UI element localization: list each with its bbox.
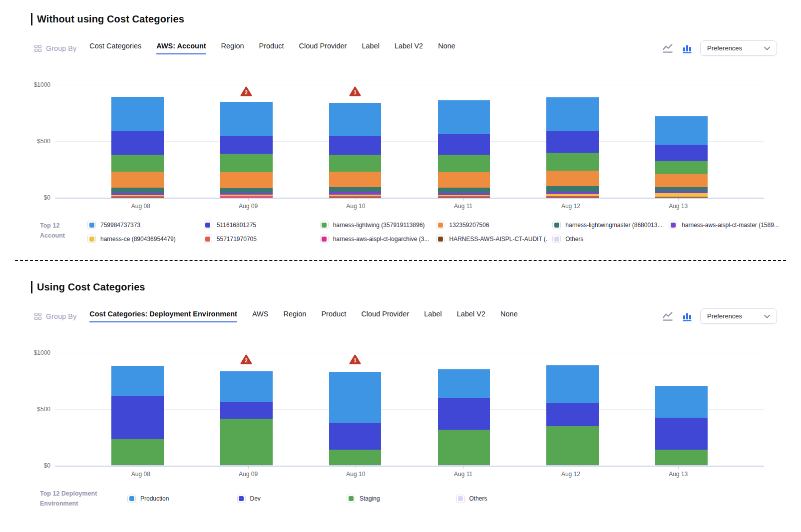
tab-region[interactable]: Region xyxy=(221,42,244,54)
bar-segment-harness-lightwingmaster-8680013[interactable] xyxy=(655,187,708,191)
anomaly-badge[interactable]: 1 xyxy=(349,86,361,99)
bar-segment-harness-lightwingmaster-8680013[interactable] xyxy=(111,188,164,193)
legend-item-others[interactable]: Others xyxy=(552,235,665,243)
stacked-bar-aug-08[interactable] xyxy=(111,366,164,466)
legend-item-557171970705[interactable]: 557171970705 xyxy=(204,235,316,243)
line-chart-icon[interactable] xyxy=(661,311,674,322)
bar-segment-production[interactable] xyxy=(655,386,708,418)
anomaly-badge[interactable]: 2 xyxy=(240,86,252,99)
bar-segment-production[interactable] xyxy=(220,371,273,402)
stacked-bar-aug-09[interactable] xyxy=(220,102,273,198)
bar-segment-harness-ce-890436954479[interactable] xyxy=(655,193,708,197)
bar-segment-759984737373[interactable] xyxy=(546,97,599,131)
bar-segment-dev[interactable] xyxy=(329,423,382,450)
tab-none[interactable]: None xyxy=(438,42,455,54)
bar-segment-staging[interactable] xyxy=(546,426,599,465)
bar-segment-harness-lightwing-357919113896[interactable] xyxy=(655,161,708,174)
anomaly-badge[interactable]: 2 xyxy=(240,354,252,367)
bar-segment-511616801275[interactable] xyxy=(655,145,708,161)
stacked-bar-aug-13[interactable] xyxy=(655,386,708,466)
legend-item-harness-lightwingmaster-8680013[interactable]: harness-lightwingmaster (8680013... xyxy=(552,221,665,229)
bar-segment-dev[interactable] xyxy=(655,418,708,449)
bar-segment-harness-lightwingmaster-8680013[interactable] xyxy=(220,188,273,193)
bar-segment-harness-lightwing-357919113896[interactable] xyxy=(546,153,599,171)
legend-item-759984737373[interactable]: 759984737373 xyxy=(87,221,200,229)
bar-segment-production[interactable] xyxy=(111,366,164,396)
bar-segment-511616801275[interactable] xyxy=(546,131,599,153)
bar-segment-staging[interactable] xyxy=(438,430,490,465)
legend-item-harness-aws-aispl-ct-master-1589[interactable]: harness-aws-aispl-ct-master (1589... xyxy=(669,221,781,229)
bar-segment-511616801275[interactable] xyxy=(438,134,490,155)
tab-product[interactable]: Product xyxy=(259,42,284,54)
bar-segment-759984737373[interactable] xyxy=(329,103,382,136)
bar-segment-132359207506[interactable] xyxy=(220,172,273,188)
legend-item-511616801275[interactable]: 511616801275 xyxy=(204,221,316,229)
bar-chart-icon[interactable] xyxy=(682,311,693,322)
preferences-button[interactable]: Preferences xyxy=(700,308,777,324)
legend-item-harness-lightwing-357919113896[interactable]: harness-lightwing (357919113896) xyxy=(320,221,432,229)
bar-segment-dev[interactable] xyxy=(111,396,164,439)
tab-region[interactable]: Region xyxy=(283,310,306,322)
bar-segment-staging[interactable] xyxy=(111,439,164,465)
bar-segment-harness-lightwing-357919113896[interactable] xyxy=(329,155,382,172)
preferences-button[interactable]: Preferences xyxy=(700,40,777,56)
tab-aws[interactable]: AWS xyxy=(252,310,269,322)
tab-product[interactable]: Product xyxy=(321,310,346,322)
legend-item-dev[interactable]: Dev xyxy=(237,495,343,503)
legend-item-132359207506[interactable]: 132359207506 xyxy=(436,221,548,229)
legend-item-harness-aws-aispl-ct-audit[interactable]: HARNESS-AWS-AISPL-CT-AUDIT (... xyxy=(436,235,548,243)
stacked-bar-aug-08[interactable] xyxy=(111,97,164,198)
legend-item-staging[interactable]: Staging xyxy=(347,495,452,503)
bar-segment-harness-lightwingmaster-8680013[interactable] xyxy=(329,187,382,192)
bar-segment-production[interactable] xyxy=(546,365,599,403)
line-chart-icon[interactable] xyxy=(661,43,674,54)
legend-item-others[interactable]: Others xyxy=(456,495,562,503)
tab-label-v2[interactable]: Label V2 xyxy=(457,310,485,322)
bar-segment-production[interactable] xyxy=(438,369,490,398)
anomaly-badge[interactable]: 1 xyxy=(349,354,361,367)
bar-segment-511616801275[interactable] xyxy=(220,136,273,154)
bar-segment-132359207506[interactable] xyxy=(546,171,599,187)
stacked-bar-aug-09[interactable] xyxy=(220,371,273,466)
bar-segment-harness-lightwing-357919113896[interactable] xyxy=(111,155,164,172)
tab-cost-categories[interactable]: Cost Categories xyxy=(89,42,141,54)
bar-segment-759984737373[interactable] xyxy=(220,102,273,136)
tab-none[interactable]: None xyxy=(500,310,518,322)
stacked-bar-aug-10[interactable] xyxy=(329,103,382,198)
bar-segment-harness-lightwing-357919113896[interactable] xyxy=(220,154,273,172)
bar-segment-759984737373[interactable] xyxy=(655,116,708,145)
bar-segment-132359207506[interactable] xyxy=(655,174,708,187)
bar-segment-511616801275[interactable] xyxy=(329,136,382,154)
bar-segment-132359207506[interactable] xyxy=(329,172,382,188)
bar-segment-759984737373[interactable] xyxy=(111,97,164,131)
bar-segment-harness-lightwingmaster-8680013[interactable] xyxy=(438,188,490,193)
bar-segment-staging[interactable] xyxy=(655,450,708,466)
stacked-bar-aug-11[interactable] xyxy=(438,369,490,466)
stacked-bar-aug-12[interactable] xyxy=(546,365,599,466)
tab-label-v2[interactable]: Label V2 xyxy=(395,42,423,54)
stacked-bar-aug-10[interactable] xyxy=(329,372,382,466)
legend-item-production[interactable]: Production xyxy=(127,495,233,503)
bar-segment-132359207506[interactable] xyxy=(438,172,490,188)
bar-segment-production[interactable] xyxy=(329,372,382,423)
stacked-bar-aug-11[interactable] xyxy=(438,100,490,198)
legend-item-harness-aws-aispl-ct-logarchive-3[interactable]: harness-aws-aispl-ct-logarchive (3... xyxy=(320,235,432,243)
tab-label[interactable]: Label xyxy=(362,42,379,54)
bar-segment-132359207506[interactable] xyxy=(111,172,164,187)
bar-segment-harness-lightwingmaster-8680013[interactable] xyxy=(546,186,599,191)
tab-cloud-provider[interactable]: Cloud Provider xyxy=(361,310,409,322)
tab-cloud-provider[interactable]: Cloud Provider xyxy=(299,42,347,54)
tab-aws-account[interactable]: AWS: Account xyxy=(156,42,206,54)
stacked-bar-aug-13[interactable] xyxy=(655,116,708,198)
bar-segment-staging[interactable] xyxy=(220,419,273,466)
bar-segment-dev[interactable] xyxy=(546,403,599,426)
bar-segment-harness-lightwing-357919113896[interactable] xyxy=(438,155,490,172)
bar-segment-759984737373[interactable] xyxy=(438,100,490,134)
stacked-bar-aug-12[interactable] xyxy=(546,97,599,198)
bar-segment-staging[interactable] xyxy=(329,450,382,466)
bar-segment-dev[interactable] xyxy=(220,402,273,419)
bar-segment-dev[interactable] xyxy=(438,398,490,430)
tab-label[interactable]: Label xyxy=(424,310,441,322)
bar-segment-511616801275[interactable] xyxy=(111,131,164,155)
bar-chart-icon[interactable] xyxy=(682,43,693,54)
